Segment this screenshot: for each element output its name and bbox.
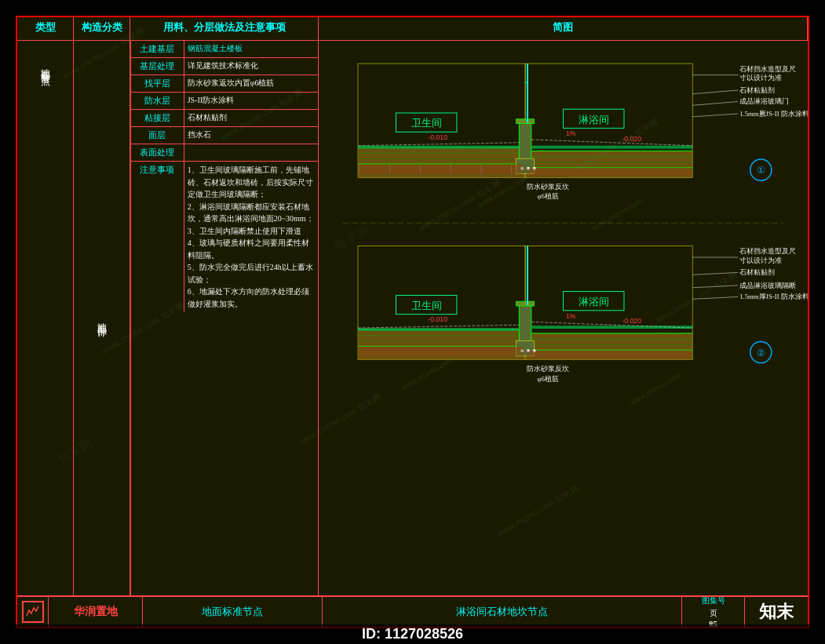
mat-label-leveling: 找平层 bbox=[131, 75, 184, 92]
svg-text:石材粘贴剂: 石材粘贴剂 bbox=[739, 86, 775, 94]
footer-meta: 图集号 页 85 bbox=[682, 596, 745, 628]
svg-rect-14 bbox=[516, 119, 534, 124]
svg-text:②: ② bbox=[757, 347, 765, 358]
mat-label-notes: 注意事项 bbox=[131, 162, 184, 312]
svg-rect-18 bbox=[531, 146, 692, 149]
main-container: www.znzmo.com 知末网 www.znzmo.com 知末网 www.… bbox=[16, 16, 809, 628]
logo-inner bbox=[22, 601, 44, 623]
svg-text:成品淋浴玻璃隔断: 成品淋浴玻璃隔断 bbox=[739, 282, 796, 289]
svg-text:石材粘贴剂: 石材粘贴剂 bbox=[739, 268, 775, 276]
mat-label-waterproof: 防水层 bbox=[131, 93, 184, 109]
svg-rect-17 bbox=[358, 146, 519, 149]
mat-row-surface: 面层 挡水石 bbox=[131, 127, 318, 144]
svg-rect-90 bbox=[527, 169, 691, 176]
mat-row-adhesive: 粘接层 石材粘贴剂 bbox=[131, 110, 318, 127]
mat-label-finish: 表面处理 bbox=[131, 144, 184, 161]
svg-text:φ6植筋: φ6植筋 bbox=[537, 375, 558, 383]
struct-column: 地面部件 bbox=[74, 41, 130, 595]
mat-val-treatment: 详见建筑技术标准化 bbox=[184, 58, 318, 75]
footer-logo bbox=[17, 596, 49, 628]
svg-text:1.5mm厚JS-II 防水涂料: 1.5mm厚JS-II 防水涂料 bbox=[739, 293, 808, 300]
svg-text:淋浴间: 淋浴间 bbox=[579, 115, 609, 126]
mat-val-waterproof: JS-II防水涂料 bbox=[184, 93, 318, 109]
mat-val-surface: 挡水石 bbox=[184, 127, 318, 144]
material-column: 土建基层 钢筋混凝土楼板 基层处理 详见建筑技术标准化 找平层 防水砂浆返坎内置… bbox=[130, 41, 318, 595]
svg-text:成品淋浴玻璃门: 成品淋浴玻璃门 bbox=[739, 97, 789, 105]
svg-text:卫生间: 卫生间 bbox=[411, 300, 442, 311]
footer-node-name: 地面标准节点 bbox=[143, 596, 323, 628]
mat-val-foundation: 钢筋混凝土楼板 bbox=[184, 41, 318, 57]
svg-rect-61 bbox=[358, 328, 519, 331]
header-row: 类型 构造分类 用料、分层做法及注意事项 简图 bbox=[17, 17, 808, 41]
svg-text:卫生间: 卫生间 bbox=[411, 118, 442, 129]
mat-row-waterproof: 防水层 JS-II防水涂料 bbox=[131, 93, 318, 110]
content-row: 地面标准节点 地面部件 土建基层 钢筋混凝土楼板 基层处理 详见建筑技术标准化 bbox=[17, 41, 808, 595]
footer-row: 华润置地 地面标准节点 淋浴间石材地坎节点 图集号 页 85 知末 bbox=[17, 595, 808, 627]
bottom-id: ID: 1127028526 bbox=[0, 624, 825, 644]
svg-text:1%: 1% bbox=[566, 312, 576, 320]
svg-text:石材挡水造型及尺: 石材挡水造型及尺 bbox=[739, 65, 796, 73]
mat-val-adhesive: 石材粘贴剂 bbox=[184, 110, 318, 126]
header-material: 用料、分层做法及注意事项 bbox=[130, 17, 319, 40]
right-section: 卫生间 淋浴间 -0.010 1% -0.020 石材挡水造型及尺 寸以设计为准… bbox=[319, 41, 808, 595]
footer-node-title: 淋浴间石材地坎节点 bbox=[323, 596, 682, 628]
footer-brand: 知末 bbox=[745, 596, 808, 628]
svg-text:-0.020: -0.020 bbox=[622, 135, 641, 143]
svg-text:1.5mm厥JS-II 防水涂料: 1.5mm厥JS-II 防水涂料 bbox=[739, 110, 808, 118]
struct-label: 地面部件 bbox=[95, 315, 108, 322]
svg-text:寸以设计为准: 寸以设计为准 bbox=[739, 74, 782, 82]
header-type: 类型 bbox=[17, 17, 74, 40]
mat-val-finish bbox=[184, 144, 318, 161]
meta-label: 图集号 bbox=[702, 595, 725, 606]
brand-label: 知末 bbox=[759, 600, 794, 624]
svg-rect-97 bbox=[360, 347, 524, 356]
svg-text:防水砂浆反坎: 防水砂浆反坎 bbox=[527, 183, 569, 191]
svg-rect-58 bbox=[519, 303, 531, 344]
mat-label-treatment: 基层处理 bbox=[131, 58, 184, 75]
type-column: 地面标准节点 bbox=[17, 41, 74, 595]
svg-text:-0.010: -0.010 bbox=[428, 315, 447, 323]
svg-rect-98 bbox=[527, 351, 691, 358]
meta-page-label: 页 bbox=[710, 608, 717, 619]
header-struct: 构造分类 bbox=[74, 17, 130, 40]
mat-label-adhesive: 粘接层 bbox=[131, 110, 184, 126]
svg-text:1%: 1% bbox=[566, 129, 576, 137]
cad-diagram: 卫生间 淋浴间 -0.010 1% -0.020 石材挡水造型及尺 寸以设计为准… bbox=[319, 41, 808, 595]
svg-text:①: ① bbox=[757, 165, 765, 175]
footer-company: 华润置地 bbox=[49, 596, 143, 628]
svg-rect-13 bbox=[519, 121, 531, 162]
mat-label-foundation: 土建基层 bbox=[131, 41, 184, 57]
left-section: 地面标准节点 地面部件 土建基层 钢筋混凝土楼板 基层处理 详见建筑技术标准化 bbox=[17, 41, 319, 595]
svg-text:淋浴间: 淋浴间 bbox=[579, 297, 609, 307]
mat-val-notes: 1、卫生间玻璃隔断施工前，先铺地砖、石材返坎和墙砖，后按实际尺寸定做卫生间玻璃隔… bbox=[184, 162, 318, 312]
svg-rect-89 bbox=[360, 165, 524, 174]
svg-text:-0.020: -0.020 bbox=[622, 317, 641, 325]
svg-text:石材挡水造型及尺: 石材挡水造型及尺 bbox=[739, 247, 796, 255]
mat-row-finish: 表面处理 bbox=[131, 144, 318, 162]
mat-row-leveling: 找平层 防水砂浆返坎内置φ6植筋 bbox=[131, 75, 318, 93]
svg-text:φ6植筋: φ6植筋 bbox=[537, 192, 558, 200]
mat-label-surface: 面层 bbox=[131, 127, 184, 144]
header-diagram: 简图 bbox=[319, 17, 808, 40]
svg-text:寸以设计为准: 寸以设计为准 bbox=[739, 257, 782, 264]
mat-row-foundation: 土建基层 钢筋混凝土楼板 bbox=[131, 41, 318, 58]
mat-row-treatment: 基层处理 详见建筑技术标准化 bbox=[131, 58, 318, 75]
type-label: 地面标准节点 bbox=[38, 61, 52, 71]
mat-row-notes: 注意事项 1、卫生间玻璃隔断施工前，先铺地砖、石材返坎和墙砖，后按实际尺寸定做卫… bbox=[131, 162, 318, 312]
mat-val-leveling: 防水砂浆返坎内置φ6植筋 bbox=[184, 75, 318, 92]
svg-rect-59 bbox=[516, 301, 534, 306]
svg-text:防水砂浆反坎: 防水砂浆反坎 bbox=[527, 365, 569, 373]
svg-text:-0.010: -0.010 bbox=[428, 133, 447, 141]
